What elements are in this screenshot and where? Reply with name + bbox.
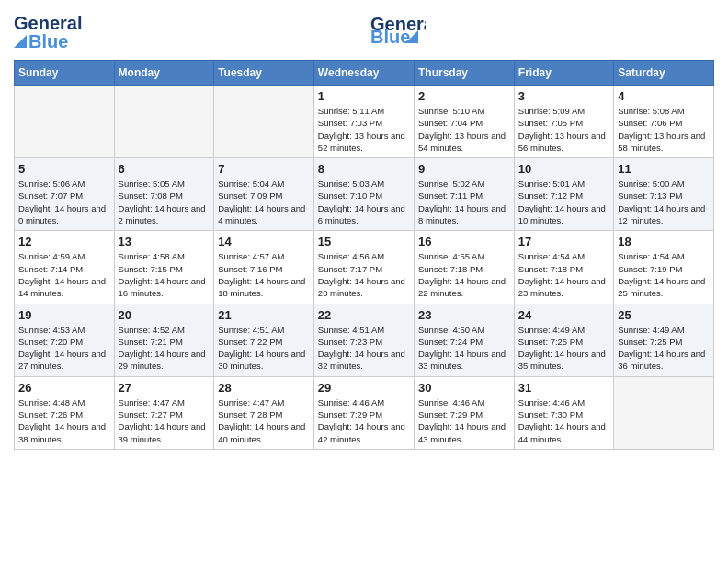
day-number: 31: [518, 381, 609, 395]
calendar-cell: 31Sunrise: 4:46 AMSunset: 7:30 PMDayligh…: [514, 376, 613, 449]
calendar-cell: 12Sunrise: 4:59 AMSunset: 7:14 PMDayligh…: [15, 231, 115, 304]
col-header-monday: Monday: [114, 61, 214, 86]
calendar-cell: 19Sunrise: 4:53 AMSunset: 7:20 PMDayligh…: [15, 304, 115, 376]
calendar-cell: 26Sunrise: 4:48 AMSunset: 7:26 PMDayligh…: [15, 376, 115, 449]
day-info: Sunrise: 5:09 AMSunset: 7:05 PMDaylight:…: [518, 105, 609, 154]
day-info: Sunrise: 4:59 AMSunset: 7:14 PMDaylight:…: [18, 250, 110, 299]
day-number: 9: [418, 162, 510, 176]
logo-full-icon: General Blue: [370, 10, 426, 43]
col-header-wednesday: Wednesday: [313, 61, 414, 86]
day-number: 3: [518, 89, 609, 103]
calendar-cell: [15, 86, 115, 158]
day-info: Sunrise: 5:01 AMSunset: 7:12 PMDaylight:…: [518, 178, 609, 226]
day-info: Sunrise: 4:55 AMSunset: 7:18 PMDaylight:…: [418, 250, 510, 299]
day-info: Sunrise: 5:05 AMSunset: 7:08 PMDaylight:…: [119, 178, 210, 226]
calendar-week-row: 12Sunrise: 4:59 AMSunset: 7:14 PMDayligh…: [15, 231, 714, 304]
day-number: 20: [119, 308, 210, 322]
day-info: Sunrise: 4:50 AMSunset: 7:24 PMDaylight:…: [418, 324, 510, 373]
day-info: Sunrise: 4:46 AMSunset: 7:29 PMDaylight:…: [418, 396, 510, 445]
day-info: Sunrise: 5:08 AMSunset: 7:06 PMDaylight:…: [618, 105, 710, 154]
calendar-week-row: 1Sunrise: 5:11 AMSunset: 7:03 PMDaylight…: [15, 86, 714, 158]
calendar-cell: [614, 376, 714, 449]
day-number: 17: [518, 235, 609, 248]
svg-text:Blue: Blue: [370, 27, 410, 43]
calendar-cell: 9Sunrise: 5:02 AMSunset: 7:11 PMDaylight…: [414, 158, 514, 231]
calendar-week-row: 19Sunrise: 4:53 AMSunset: 7:20 PMDayligh…: [15, 304, 714, 376]
day-info: Sunrise: 4:51 AMSunset: 7:22 PMDaylight:…: [218, 324, 310, 373]
logo-blue-text: Blue: [28, 32, 68, 51]
day-info: Sunrise: 4:49 AMSunset: 7:25 PMDaylight:…: [618, 324, 710, 373]
day-number: 10: [518, 162, 609, 176]
calendar-cell: 18Sunrise: 4:54 AMSunset: 7:19 PMDayligh…: [614, 231, 714, 304]
day-number: 22: [318, 308, 410, 322]
day-number: 15: [318, 235, 410, 248]
calendar-cell: 11Sunrise: 5:00 AMSunset: 7:13 PMDayligh…: [614, 158, 714, 231]
calendar-header-row: SundayMondayTuesdayWednesdayThursdayFrid…: [15, 61, 714, 86]
calendar-cell: 27Sunrise: 4:47 AMSunset: 7:27 PMDayligh…: [114, 376, 214, 449]
calendar-cell: 4Sunrise: 5:08 AMSunset: 7:06 PMDaylight…: [614, 86, 714, 158]
calendar-cell: 30Sunrise: 4:46 AMSunset: 7:29 PMDayligh…: [414, 376, 514, 449]
day-info: Sunrise: 4:52 AMSunset: 7:21 PMDaylight:…: [119, 324, 210, 373]
day-number: 30: [418, 381, 510, 395]
day-number: 8: [318, 162, 410, 176]
calendar-cell: 5Sunrise: 5:06 AMSunset: 7:07 PMDaylight…: [15, 158, 115, 231]
day-info: Sunrise: 5:10 AMSunset: 7:04 PMDaylight:…: [418, 105, 510, 154]
day-info: Sunrise: 5:04 AMSunset: 7:09 PMDaylight:…: [218, 178, 310, 226]
day-info: Sunrise: 4:46 AMSunset: 7:29 PMDaylight:…: [318, 396, 410, 445]
day-number: 29: [318, 381, 410, 395]
calendar-cell: 17Sunrise: 4:54 AMSunset: 7:18 PMDayligh…: [514, 231, 613, 304]
day-info: Sunrise: 4:54 AMSunset: 7:18 PMDaylight:…: [518, 250, 609, 299]
calendar-cell: 16Sunrise: 4:55 AMSunset: 7:18 PMDayligh…: [414, 231, 514, 304]
calendar-cell: 28Sunrise: 4:47 AMSunset: 7:28 PMDayligh…: [214, 376, 314, 449]
day-info: Sunrise: 4:51 AMSunset: 7:23 PMDaylight:…: [318, 324, 410, 373]
calendar-cell: 3Sunrise: 5:09 AMSunset: 7:05 PMDaylight…: [514, 86, 613, 158]
svg-marker-0: [14, 35, 27, 48]
col-header-tuesday: Tuesday: [214, 61, 314, 86]
day-info: Sunrise: 5:00 AMSunset: 7:13 PMDaylight:…: [618, 178, 710, 226]
day-number: 1: [318, 89, 410, 103]
logo-general-text: General: [14, 14, 82, 32]
calendar-cell: 21Sunrise: 4:51 AMSunset: 7:22 PMDayligh…: [214, 304, 314, 376]
day-number: 14: [218, 235, 310, 248]
calendar-cell: 8Sunrise: 5:03 AMSunset: 7:10 PMDaylight…: [313, 158, 414, 231]
col-header-friday: Friday: [514, 61, 613, 86]
day-info: Sunrise: 4:54 AMSunset: 7:19 PMDaylight:…: [618, 250, 710, 299]
day-number: 7: [218, 162, 310, 176]
day-number: 18: [618, 235, 710, 248]
day-number: 21: [218, 308, 310, 322]
calendar-cell: 22Sunrise: 4:51 AMSunset: 7:23 PMDayligh…: [313, 304, 414, 376]
day-info: Sunrise: 5:03 AMSunset: 7:10 PMDaylight:…: [318, 178, 410, 226]
calendar-week-row: 26Sunrise: 4:48 AMSunset: 7:26 PMDayligh…: [15, 376, 714, 449]
day-number: 16: [418, 235, 510, 248]
day-number: 5: [18, 162, 110, 176]
calendar-cell: 2Sunrise: 5:10 AMSunset: 7:04 PMDaylight…: [414, 86, 514, 158]
calendar-cell: 6Sunrise: 5:05 AMSunset: 7:08 PMDaylight…: [114, 158, 214, 231]
col-header-thursday: Thursday: [414, 61, 514, 86]
calendar-cell: 1Sunrise: 5:11 AMSunset: 7:03 PMDaylight…: [313, 86, 414, 158]
logo: General Blue: [14, 14, 82, 51]
day-number: 23: [418, 308, 510, 322]
day-info: Sunrise: 5:11 AMSunset: 7:03 PMDaylight:…: [318, 105, 410, 154]
col-header-sunday: Sunday: [15, 61, 115, 86]
day-info: Sunrise: 4:48 AMSunset: 7:26 PMDaylight:…: [18, 396, 110, 445]
day-info: Sunrise: 4:49 AMSunset: 7:25 PMDaylight:…: [518, 324, 609, 373]
day-number: 6: [119, 162, 210, 176]
calendar-cell: 10Sunrise: 5:01 AMSunset: 7:12 PMDayligh…: [514, 158, 613, 231]
day-number: 4: [618, 89, 710, 103]
calendar-cell: 14Sunrise: 4:57 AMSunset: 7:16 PMDayligh…: [214, 231, 314, 304]
day-number: 24: [518, 308, 609, 322]
calendar-cell: 25Sunrise: 4:49 AMSunset: 7:25 PMDayligh…: [614, 304, 714, 376]
calendar-cell: [114, 86, 214, 158]
calendar-cell: 24Sunrise: 4:49 AMSunset: 7:25 PMDayligh…: [514, 304, 613, 376]
day-number: 2: [418, 89, 510, 103]
logo-triangle-icon: [14, 35, 27, 48]
day-info: Sunrise: 4:58 AMSunset: 7:15 PMDaylight:…: [119, 250, 210, 299]
calendar-week-row: 5Sunrise: 5:06 AMSunset: 7:07 PMDaylight…: [15, 158, 714, 231]
day-number: 13: [119, 235, 210, 248]
day-info: Sunrise: 4:53 AMSunset: 7:20 PMDaylight:…: [18, 324, 110, 373]
calendar-cell: 29Sunrise: 4:46 AMSunset: 7:29 PMDayligh…: [313, 376, 414, 449]
day-info: Sunrise: 4:46 AMSunset: 7:30 PMDaylight:…: [518, 396, 609, 445]
day-number: 11: [618, 162, 710, 176]
day-info: Sunrise: 4:47 AMSunset: 7:27 PMDaylight:…: [119, 396, 210, 445]
page-header: General Blue General Blue: [14, 14, 714, 51]
